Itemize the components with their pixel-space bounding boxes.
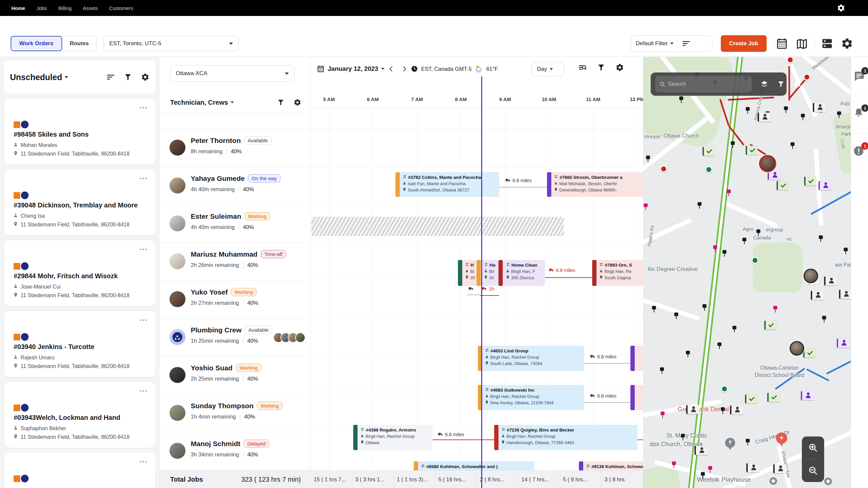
job-card[interactable]: #03943Welch, Lockman and Hand Suphaphon … (4, 382, 155, 448)
filter-icon[interactable] (777, 80, 785, 88)
map-marker[interactable] (701, 472, 705, 479)
schedule-job-block[interactable] (476, 260, 481, 286)
map-marker[interactable] (824, 477, 833, 486)
map-icon[interactable] (796, 37, 808, 50)
map-marker[interactable] (773, 464, 786, 474)
map-marker[interactable] (686, 351, 690, 357)
view-tab[interactable]: Routes (62, 36, 97, 51)
depot-select[interactable]: Ottawa-XCA (170, 65, 294, 82)
map-marker[interactable] (706, 166, 712, 173)
schedule-job-block[interactable] (630, 385, 643, 410)
settings-icon[interactable] (615, 63, 624, 72)
map-marker[interactable] (837, 339, 850, 348)
filter-lines-icon[interactable] (682, 39, 690, 48)
nav-settings-icon[interactable] (837, 4, 845, 12)
more-options-icon[interactable] (140, 319, 147, 321)
map-marker[interactable] (768, 171, 781, 180)
zoom-out-button[interactable] (802, 459, 824, 482)
map-marker[interactable] (844, 248, 848, 254)
map-marker[interactable] (746, 463, 760, 472)
view-tab[interactable]: Work Orders (11, 36, 62, 51)
map-marker[interactable] (727, 189, 731, 196)
map-marker[interactable] (752, 257, 759, 264)
map-marker[interactable] (773, 306, 777, 312)
map-marker[interactable] (789, 341, 804, 356)
map-marker[interactable] (759, 155, 776, 172)
technician-row[interactable]: Manoj SchmidtDelayed 3h 34min remaining4… (159, 432, 311, 470)
filter-icon[interactable] (124, 73, 132, 82)
job-card[interactable]: #03940 Jenkins - Turcotte Rajesh Umaru 1… (4, 311, 155, 377)
map-marker[interactable] (672, 461, 676, 468)
nav-item[interactable]: Assets (83, 5, 98, 11)
map-marker[interactable] (803, 349, 815, 358)
map-marker[interactable] (769, 476, 778, 486)
more-options-icon[interactable] (140, 390, 147, 392)
nav-item[interactable]: Jobs (36, 5, 47, 11)
map-marker[interactable] (801, 391, 814, 400)
map-marker[interactable] (661, 411, 664, 418)
bell-icon[interactable]: 1 (853, 107, 867, 121)
map-marker[interactable] (746, 107, 750, 114)
map-marker[interactable] (731, 141, 735, 148)
map-marker[interactable] (674, 312, 678, 319)
map-marker[interactable] (822, 316, 826, 323)
map-marker[interactable] (660, 165, 667, 173)
schedule-job-block[interactable]: #4083 Gutkowski Inc Birgit Han, Reichel … (478, 385, 584, 410)
map-marker[interactable] (756, 230, 760, 236)
map-marker[interactable] (804, 269, 818, 283)
schedule-job-block[interactable]: #4388 Rogahn, Armstro Birgit Han, Reiche… (353, 425, 433, 450)
technician-row[interactable]: Mariusz MuhammadTime-off 2h 26min remain… (159, 243, 311, 281)
map-marker[interactable] (679, 96, 683, 103)
more-options-icon[interactable] (140, 248, 147, 250)
technician-row[interactable]: Sunday ThompsonWorking 1h 4min remaining… (159, 394, 311, 432)
map-marker[interactable] (742, 238, 746, 244)
schedule-job-block[interactable]: #7893 Orn, S Birgit Han, Re South Dagma (592, 260, 643, 286)
chevron-down-icon[interactable] (65, 76, 68, 78)
alert-icon[interactable]: 1 (853, 145, 867, 159)
settings-icon[interactable] (841, 37, 854, 50)
schedule-job-block[interactable] (498, 260, 503, 286)
technician-row[interactable]: Yoshio SuadWorking 2h 25min remaining40% (159, 356, 311, 394)
map-marker[interactable] (681, 434, 685, 440)
map-marker[interactable] (703, 304, 707, 311)
settings-icon[interactable] (293, 98, 301, 106)
job-card[interactable]: #39048 Dickinson, Tremblay and Moore Che… (4, 170, 155, 235)
nav-item[interactable]: Billing (58, 5, 71, 11)
nav-item[interactable]: Customers (109, 5, 133, 11)
map-marker[interactable] (717, 342, 721, 349)
technician-row[interactable]: Plumbing CrewAvailable 1h 25min remainin… (159, 318, 311, 356)
schedule-job-block[interactable] (630, 346, 643, 371)
technician-row[interactable]: Yahaya GumedeOn the way 4h 40m remaining… (159, 167, 311, 205)
schedule-job-block[interactable]: Ho Bir 30 (481, 260, 498, 286)
map-marker[interactable] (730, 405, 743, 415)
chat-icon[interactable]: 1 (853, 70, 867, 84)
filter-icon[interactable] (277, 98, 285, 106)
map-marker[interactable] (764, 321, 776, 330)
zoom-in-button[interactable] (802, 436, 824, 459)
calendar-icon[interactable] (776, 37, 788, 50)
map-marker[interactable] (745, 395, 757, 403)
schedule-date[interactable]: January 12, 2023 (328, 65, 378, 72)
next-day-button[interactable] (399, 64, 408, 73)
map-search-input[interactable] (655, 76, 752, 92)
calendar-icon[interactable] (317, 65, 325, 73)
map-marker[interactable] (733, 326, 736, 332)
prev-day-button[interactable] (388, 64, 396, 73)
map-marker[interactable] (818, 181, 832, 190)
map-marker[interactable] (746, 146, 758, 155)
job-card[interactable]: #98458 Skiles and Sons Mohan Morales 11 … (4, 99, 155, 164)
chevron-down-icon[interactable] (230, 101, 234, 103)
map-marker[interactable] (725, 438, 735, 448)
sort-icon[interactable] (106, 73, 115, 82)
map-marker[interactable] (758, 113, 771, 122)
map-marker[interactable] (837, 111, 841, 118)
map-marker[interactable] (776, 432, 787, 444)
map-marker[interactable] (804, 74, 810, 81)
nav-item[interactable]: Home (11, 5, 25, 11)
map-marker[interactable] (824, 277, 837, 285)
technician-row[interactable]: Ester SuleimanWorking 4h 40m remaining40… (159, 205, 311, 243)
settings-icon[interactable] (141, 73, 150, 82)
map-marker[interactable] (804, 177, 816, 186)
map-marker[interactable] (767, 393, 779, 402)
map-marker[interactable] (787, 57, 794, 63)
